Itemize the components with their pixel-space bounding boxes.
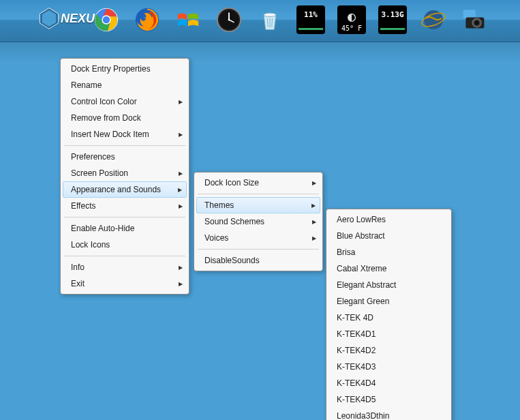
menu-item[interactable]: Control Icon Color [63,93,187,110]
menu-item[interactable]: Screen Position [63,165,187,181]
camera-icon[interactable] [460,5,489,34]
menu-item[interactable]: Dock Icon Size [196,175,320,191]
theme-item[interactable]: K-TEK4D3 [328,359,449,375]
menu-item[interactable]: Dock Entry Properties [63,61,187,77]
globe-icon[interactable] [419,5,448,34]
svg-point-18 [474,20,479,25]
menu-separator [198,249,319,250]
menu-item[interactable]: Voices [196,230,320,246]
menu-item[interactable]: Enable Auto-Hide [63,220,187,237]
menu-item[interactable]: Exit [63,275,187,292]
chrome-icon[interactable] [92,5,121,34]
context-menu-themes: Aero LowResBlue AbstractBrisaCabal Xtrem… [326,209,452,420]
svg-rect-15 [463,10,476,19]
dock-icons-row: 11% ◐45° F 3.13G [92,5,489,34]
theme-item[interactable]: Elegant Green [328,293,449,310]
svg-point-12 [264,13,276,16]
svg-point-11 [228,19,230,21]
theme-item[interactable]: K-TEK 4D [328,310,449,326]
menu-separator [64,256,185,256]
context-menu-main: Dock Entry PropertiesRenameControl Icon … [60,58,189,295]
menu-item[interactable]: Info [63,259,187,275]
theme-item[interactable]: K-TEK4D2 [328,342,449,359]
context-menu-appearance: Dock Icon SizeThemesSound SchemesVoicesD… [194,172,323,271]
theme-item[interactable]: K-TEK4D5 [328,391,449,408]
menu-item[interactable]: Lock Icons [63,237,187,253]
menu-item[interactable]: Themes [196,197,320,213]
menu-item[interactable]: Sound Schemes [196,213,320,230]
menu-item[interactable]: DisableSounds [196,252,320,269]
clock-icon[interactable] [215,5,243,34]
theme-item[interactable]: Aero LowRes [328,211,449,228]
svg-point-5 [103,16,110,23]
windows-icon[interactable] [174,5,202,34]
theme-item[interactable]: Brisa [328,244,449,260]
menu-item[interactable]: Insert New Dock Item [63,126,187,142]
temp-value: 45° F [341,25,362,32]
menu-item[interactable]: Remove from Dock [63,110,187,126]
menu-item[interactable]: Appearance and Sounds [63,181,187,198]
menu-separator [198,194,319,194]
recycle-bin-icon[interactable] [256,5,284,34]
ram-widget[interactable]: 3.13G [378,5,407,34]
cpu-percent: 11% [304,10,318,19]
firefox-icon[interactable] [133,5,162,34]
theme-item[interactable]: Cabal Xtreme [328,260,449,277]
theme-item[interactable]: K-TEK4D4 [328,375,449,391]
menu-separator [64,217,185,217]
theme-item[interactable]: Elegant Abstract [328,277,449,293]
theme-item[interactable]: K-TEK4D1 [328,326,449,342]
weather-widget[interactable]: ◐45° F [337,5,366,34]
theme-item[interactable]: Blue Abstract [328,228,449,244]
menu-item[interactable]: Preferences [63,149,187,165]
dock-bar: NEXUS 11% ◐45° F 3.13G [0,0,520,42]
cpu-widget[interactable]: 11% [296,5,325,34]
theme-item[interactable]: Leonida3Dthin [328,408,449,420]
ram-value: 3.13G [381,10,403,19]
menu-item[interactable]: Rename [63,77,187,93]
menu-separator [64,145,185,146]
nexus-logo-icon [37,7,61,30]
menu-item[interactable]: Effects [63,198,187,214]
